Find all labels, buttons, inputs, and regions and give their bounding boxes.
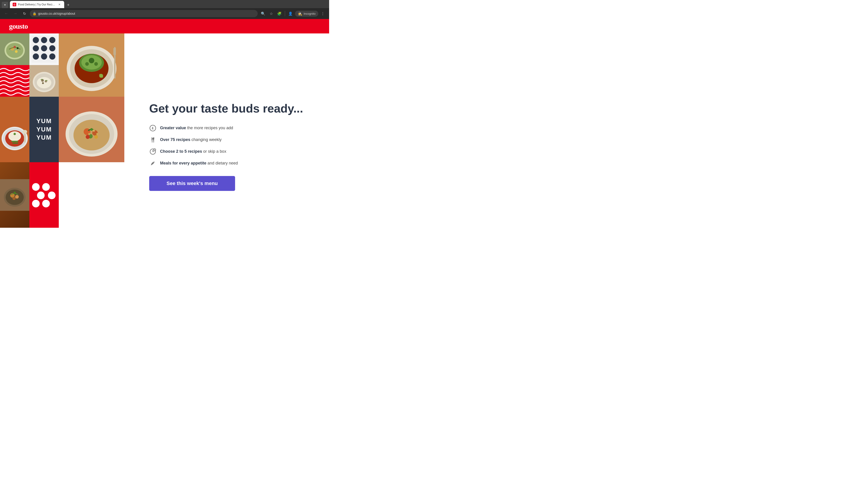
svg-point-60 bbox=[90, 128, 93, 131]
tab-favicon: G bbox=[13, 3, 16, 6]
feature-item-recipes: Over 75 recipes changing weekly bbox=[149, 136, 311, 143]
svg-point-12 bbox=[41, 45, 47, 51]
clock-icon bbox=[149, 148, 156, 155]
svg-point-6 bbox=[17, 47, 19, 49]
svg-point-62 bbox=[88, 133, 90, 135]
svg-point-26 bbox=[94, 62, 98, 66]
svg-point-37 bbox=[42, 82, 44, 84]
tab-group-btn[interactable]: ▼ bbox=[2, 2, 8, 8]
decorative-polka-dark bbox=[29, 33, 59, 65]
svg-point-9 bbox=[41, 37, 47, 43]
leaf-icon bbox=[149, 160, 156, 167]
svg-point-76 bbox=[32, 200, 40, 207]
svg-point-61 bbox=[93, 129, 95, 132]
svg-rect-46 bbox=[11, 141, 18, 142]
bookmark-icon-btn[interactable]: ☆ bbox=[268, 10, 275, 17]
svg-rect-47 bbox=[12, 142, 18, 144]
tab-bar: ▼ G Food Delivery | Try Our Recipe ... ✕… bbox=[0, 0, 329, 8]
lock-icon: 🔒 bbox=[33, 12, 36, 15]
svg-point-34 bbox=[37, 77, 51, 88]
svg-point-5 bbox=[13, 46, 16, 48]
decorative-yum: YUMYUMYUM bbox=[29, 97, 59, 162]
browser-chrome: ▼ G Food Delivery | Try Our Recipe ... ✕… bbox=[0, 0, 329, 19]
svg-point-14 bbox=[33, 54, 39, 60]
svg-point-4 bbox=[15, 50, 18, 53]
refresh-button[interactable]: ↻ bbox=[21, 10, 28, 17]
image-grid: YUMYUMYUM bbox=[0, 33, 131, 259]
search-icon-btn[interactable]: 🔍 bbox=[259, 10, 267, 17]
food-image-1 bbox=[0, 33, 29, 65]
svg-point-8 bbox=[33, 37, 39, 43]
svg-point-15 bbox=[41, 54, 47, 60]
food-image-curry bbox=[0, 97, 29, 162]
cta-button[interactable]: See this week's menu bbox=[149, 176, 235, 191]
address-input-wrapper[interactable]: 🔒 gousto.co.uk/signup/about bbox=[30, 10, 258, 17]
feature-item-value: £ Greater value the more recipes you add bbox=[149, 125, 311, 132]
forward-button[interactable]: → bbox=[12, 10, 19, 17]
svg-point-69 bbox=[12, 197, 16, 200]
new-tab-button[interactable]: + bbox=[65, 2, 71, 8]
svg-rect-85 bbox=[153, 139, 154, 142]
tab-close-button[interactable]: ✕ bbox=[57, 2, 61, 6]
fork-knife-icon bbox=[149, 136, 156, 143]
svg-point-25 bbox=[85, 62, 89, 66]
incognito-icon: 🕵️ bbox=[298, 11, 302, 16]
feature-text-choose: Choose 2 to 5 recipes or skip a box bbox=[160, 149, 226, 154]
svg-point-11 bbox=[33, 45, 39, 51]
url-text: gousto.co.uk/signup/about bbox=[38, 12, 255, 15]
feature-item-choose: Choose 2 to 5 recipes or skip a box bbox=[149, 148, 311, 155]
extensions-icon-btn[interactable]: 🧩 bbox=[276, 10, 283, 17]
svg-rect-82 bbox=[152, 138, 154, 139]
decorative-waves bbox=[0, 65, 29, 97]
feature-item-meals: Meals for every appetite and dietary nee… bbox=[149, 160, 311, 167]
svg-rect-50 bbox=[24, 133, 26, 142]
svg-point-24 bbox=[89, 58, 94, 63]
value-icon: £ bbox=[149, 125, 156, 132]
gousto-logo[interactable]: gousto bbox=[9, 22, 28, 31]
svg-point-74 bbox=[37, 192, 45, 199]
food-image-4 bbox=[0, 162, 29, 228]
back-button[interactable]: ← bbox=[3, 10, 10, 17]
food-image-main bbox=[59, 33, 124, 97]
right-panel: Get your taste buds ready... £ Greater v… bbox=[131, 33, 329, 259]
svg-point-68 bbox=[15, 195, 19, 199]
svg-point-58 bbox=[94, 135, 98, 139]
svg-point-72 bbox=[32, 183, 40, 191]
feature-text-meals: Meals for every appetite and dietary nee… bbox=[160, 161, 238, 166]
svg-point-73 bbox=[42, 183, 50, 191]
hero-title: Get your taste buds ready... bbox=[149, 102, 311, 116]
svg-point-10 bbox=[49, 37, 55, 43]
svg-point-49 bbox=[23, 130, 27, 133]
svg-point-48 bbox=[13, 133, 16, 135]
tab-title: Food Delivery | Try Our Recipe ... bbox=[18, 3, 56, 6]
incognito-label: Incognito bbox=[304, 12, 315, 15]
feature-text-value: Greater value the more recipes you add bbox=[160, 126, 233, 130]
svg-point-45 bbox=[8, 131, 21, 141]
profile-icon-btn[interactable]: 👤 bbox=[287, 10, 294, 17]
feature-text-recipes: Over 75 recipes changing weekly bbox=[160, 137, 221, 142]
svg-point-59 bbox=[86, 135, 90, 139]
active-tab[interactable]: G Food Delivery | Try Our Recipe ... ✕ bbox=[10, 1, 64, 8]
svg-point-70 bbox=[13, 192, 16, 194]
address-bar: ← → ↻ 🔒 gousto.co.uk/signup/about 🔍 ☆ 🧩 … bbox=[0, 8, 329, 19]
svg-text:£: £ bbox=[152, 126, 154, 130]
svg-point-2 bbox=[6, 43, 23, 58]
browser-toolbar-right: 🔍 ☆ 🧩 👤 🕵️ Incognito ⋮ bbox=[259, 10, 327, 17]
incognito-badge[interactable]: 🕵️ Incognito bbox=[295, 11, 318, 17]
svg-rect-83 bbox=[152, 140, 152, 142]
gousto-header: gousto bbox=[0, 19, 329, 33]
yum-text: YUMYUMYUM bbox=[36, 117, 52, 142]
svg-point-75 bbox=[48, 192, 56, 199]
svg-rect-84 bbox=[154, 137, 154, 139]
food-image-2 bbox=[29, 65, 59, 97]
features-list: £ Greater value the more recipes you add bbox=[149, 125, 311, 167]
browser-menu-button[interactable]: ⋮ bbox=[319, 10, 327, 17]
svg-point-16 bbox=[49, 54, 55, 60]
svg-point-13 bbox=[49, 45, 55, 51]
svg-point-63 bbox=[96, 133, 98, 135]
decorative-polka-red bbox=[29, 162, 59, 228]
food-image-3 bbox=[59, 97, 124, 162]
main-content: YUMYUMYUM bbox=[0, 33, 329, 259]
svg-point-77 bbox=[42, 200, 50, 207]
